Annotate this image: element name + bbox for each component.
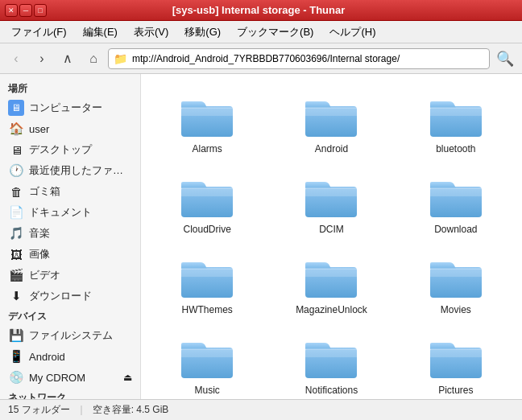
folder-label: Android <box>315 143 348 154</box>
folder-label: bluetooth <box>436 143 475 154</box>
back-button[interactable]: ‹ <box>5 47 27 70</box>
menu-bookmarks[interactable]: ブックマーク(B) <box>230 23 320 42</box>
status-space: 空き容量: 4.5 GiB <box>93 403 169 417</box>
sidebar-item-recent[interactable]: 🕐 最近使用したファ… <box>0 160 140 181</box>
folder-label: CloudDrive <box>183 224 230 235</box>
sidebar-item-cdrom[interactable]: 💿 My CDROM ⏏ <box>0 367 140 388</box>
file-item[interactable]: Music <box>149 328 265 399</box>
file-item[interactable]: bluetooth <box>398 87 514 159</box>
address-bar-container: 📁 <box>108 48 490 69</box>
svg-rect-15 <box>305 269 357 277</box>
file-item[interactable]: Movies <box>398 248 514 320</box>
forward-button[interactable]: › <box>31 47 53 70</box>
folder-label: Alarms <box>192 143 222 154</box>
filesystem-icon: 💾 <box>8 327 24 344</box>
titlebar: ✕ ─ □ [sys-usb] Internal storage - Thuna… <box>0 0 522 21</box>
folder-label: Movies <box>441 304 471 315</box>
sidebar-section-devices: デバイス <box>0 307 140 325</box>
sidebar-label-desktop: デスクトップ <box>29 142 92 157</box>
status-separator: ｜ <box>77 403 86 417</box>
sidebar-item-trash[interactable]: 🗑 ゴミ箱 <box>0 181 140 202</box>
menu-help[interactable]: ヘルプ(H) <box>323 23 382 42</box>
recent-icon: 🕐 <box>8 163 24 179</box>
file-item[interactable]: Notifications <box>273 328 389 399</box>
folder-icon <box>178 333 236 381</box>
folder-label: MagazineUnlock <box>296 304 367 315</box>
folder-label: HWThemes <box>181 304 232 315</box>
folder-icon <box>178 253 236 301</box>
sidebar-label-documents: ドキュメント <box>29 205 92 220</box>
sidebar-label-cdrom: My CDROM <box>29 372 85 384</box>
file-item[interactable]: Alarms <box>149 87 265 159</box>
folder-icon <box>302 333 360 381</box>
folder-icon <box>427 92 485 140</box>
trash-icon: 🗑 <box>8 183 24 200</box>
sidebar-item-videos[interactable]: 🎬 ビデオ <box>0 265 140 286</box>
music-icon: 🎵 <box>8 225 24 241</box>
maximize-button[interactable]: □ <box>34 4 47 17</box>
file-area: Alarms Android <box>141 74 522 399</box>
folder-label: Notifications <box>305 385 358 396</box>
sidebar-item-desktop[interactable]: 🖥 デスクトップ <box>0 139 140 160</box>
minimize-button[interactable]: ─ <box>19 4 32 17</box>
sidebar-label-music: 音楽 <box>29 226 50 241</box>
toolbar: ‹ › ∧ ⌂ 📁 🔍 <box>0 43 522 74</box>
sidebar-section-network: ネットワーク <box>0 388 140 399</box>
close-button[interactable]: ✕ <box>5 4 18 17</box>
sidebar-item-computer[interactable]: 🖥 コンピューター <box>0 97 140 118</box>
sidebar-label-recent: 最近使用したファ… <box>29 163 123 178</box>
file-item[interactable]: Download <box>398 167 514 240</box>
sidebar-item-pictures[interactable]: 🖼 画像 <box>0 244 140 265</box>
sidebar-item-filesystem[interactable]: 💾 ファイルシステム <box>0 325 140 346</box>
file-item[interactable]: Android <box>273 87 389 159</box>
svg-rect-13 <box>181 269 233 277</box>
home-icon: 🏠 <box>8 121 24 137</box>
sidebar-label-downloads: ダウンロード <box>29 289 92 303</box>
sidebar: 場所 🖥 コンピューター 🏠 user 🖥 デスクトップ 🕐 最近使用したファ…… <box>0 74 141 399</box>
sidebar-item-documents[interactable]: 📄 ドキュメント <box>0 202 140 223</box>
folder-label: Music <box>194 385 219 396</box>
file-item[interactable]: Pictures <box>398 328 514 399</box>
sidebar-item-music[interactable]: 🎵 音楽 <box>0 223 140 244</box>
file-item[interactable]: HWThemes <box>149 248 265 320</box>
statusbar: 15 フォルダー ｜ 空き容量: 4.5 GiB <box>0 399 522 420</box>
home-button[interactable]: ⌂ <box>82 47 105 70</box>
sidebar-label-videos: ビデオ <box>29 268 60 282</box>
window-controls[interactable]: ✕ ─ □ <box>5 4 47 17</box>
search-button[interactable]: 🔍 <box>493 47 517 70</box>
desktop-icon: 🖥 <box>8 142 24 158</box>
menu-edit[interactable]: 編集(E) <box>77 23 124 42</box>
folder-label: Download <box>434 224 477 235</box>
pictures-icon: 🖼 <box>8 246 24 262</box>
up-button[interactable]: ∧ <box>56 47 79 70</box>
folder-icon <box>427 333 485 381</box>
cdrom-eject-icon[interactable]: ⏏ <box>123 372 132 383</box>
sidebar-label-android: Android <box>29 351 65 363</box>
folder-icon <box>178 172 236 220</box>
documents-icon: 📄 <box>8 204 24 220</box>
folder-icon <box>427 172 485 220</box>
sidebar-item-android[interactable]: 📱 Android <box>0 346 140 367</box>
window-title: [sys-usb] Internal storage - Thunar <box>47 4 470 16</box>
sidebar-label-filesystem: ファイルシステム <box>29 328 113 343</box>
folder-icon <box>427 253 485 301</box>
sidebar-label-computer: コンピューター <box>29 101 102 115</box>
svg-rect-17 <box>430 269 482 277</box>
sidebar-item-user[interactable]: 🏠 user <box>0 118 140 139</box>
menu-go[interactable]: 移動(G) <box>178 23 227 42</box>
cdrom-icon: 💿 <box>8 369 24 385</box>
file-item[interactable]: DCIM <box>273 167 389 240</box>
sidebar-item-downloads[interactable]: ⬇ ダウンロード <box>0 286 140 307</box>
sidebar-label-user: user <box>29 123 49 135</box>
svg-rect-1 <box>181 108 233 116</box>
menu-view[interactable]: 表示(V) <box>127 23 175 42</box>
address-input[interactable] <box>132 53 484 64</box>
folder-icon <box>302 253 360 301</box>
sidebar-label-pictures: 画像 <box>29 247 50 261</box>
svg-rect-21 <box>305 349 357 357</box>
file-item[interactable]: CloudDrive <box>149 167 265 240</box>
file-item[interactable]: MagazineUnlock <box>273 248 389 320</box>
svg-rect-23 <box>430 349 482 357</box>
folder-icon <box>302 172 360 220</box>
menu-file[interactable]: ファイル(F) <box>5 23 73 42</box>
